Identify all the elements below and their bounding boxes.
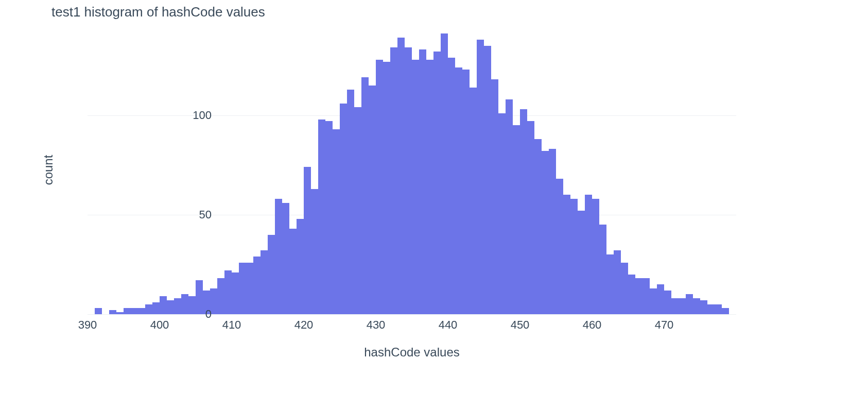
y-tick-label: 0	[205, 308, 212, 321]
histogram-bar	[513, 125, 520, 314]
histogram-bar	[347, 90, 354, 314]
histogram-bar	[643, 278, 650, 314]
histogram-bar	[160, 296, 167, 314]
x-tick-label: 410	[222, 318, 241, 332]
histogram-bar	[340, 104, 347, 314]
x-tick-label: 460	[583, 318, 602, 332]
histogram-bar	[318, 119, 325, 314]
histogram-bar	[376, 60, 383, 314]
histogram-bar	[246, 263, 253, 314]
x-tick-label: 390	[78, 318, 97, 332]
histogram-bar	[534, 139, 542, 314]
histogram-bars	[88, 26, 736, 314]
histogram-bar	[498, 113, 506, 314]
histogram-bar	[679, 298, 686, 314]
histogram-bar	[606, 254, 614, 314]
histogram-bar	[491, 79, 498, 314]
histogram-bar	[570, 199, 578, 314]
histogram-bar	[715, 304, 722, 314]
histogram-bar	[506, 99, 513, 314]
histogram-bar	[333, 129, 340, 314]
histogram-bar	[275, 199, 282, 314]
histogram-bar	[621, 263, 628, 314]
histogram-bar	[232, 272, 239, 314]
histogram-bar	[174, 298, 181, 314]
histogram-bar	[455, 67, 462, 314]
histogram-bar	[217, 278, 224, 314]
histogram-bar	[722, 308, 729, 314]
histogram-bar	[426, 60, 433, 314]
histogram-bar	[650, 288, 657, 314]
histogram-bar	[585, 195, 592, 314]
histogram-bar	[181, 294, 188, 314]
histogram-bar	[628, 275, 635, 314]
histogram-bar	[520, 109, 527, 314]
histogram-bar	[686, 294, 693, 314]
histogram-bar	[390, 47, 397, 314]
histogram-bar	[116, 312, 124, 314]
histogram-bar	[224, 270, 232, 314]
histogram-bar	[433, 52, 441, 314]
histogram-bar	[484, 46, 491, 314]
histogram-bar	[124, 308, 131, 314]
histogram-bar	[282, 203, 289, 314]
y-axis-label: count	[41, 155, 56, 185]
histogram-bar	[239, 263, 246, 314]
histogram-bar	[311, 189, 318, 314]
x-tick-label: 400	[150, 318, 169, 332]
histogram-bar	[289, 229, 297, 314]
histogram-bar	[470, 88, 477, 314]
x-axis-label: hashCode values	[364, 345, 459, 360]
x-tick-label: 420	[294, 318, 314, 332]
histogram-bar	[304, 167, 311, 314]
histogram-bar	[563, 195, 570, 314]
x-tick-label: 430	[367, 318, 386, 332]
histogram-bar	[253, 257, 261, 314]
histogram-bar	[657, 284, 664, 314]
y-tick-label: 50	[199, 208, 212, 221]
histogram-bar	[196, 280, 203, 314]
histogram-bar	[599, 225, 606, 314]
histogram-bar	[95, 308, 102, 314]
histogram-bar	[131, 308, 138, 314]
histogram-bar	[549, 149, 556, 314]
x-tick-label: 450	[511, 318, 530, 332]
histogram-bar	[527, 121, 534, 314]
plot-area	[88, 26, 736, 314]
y-tick-label: 100	[193, 109, 212, 122]
x-tick-label: 440	[439, 318, 458, 332]
histogram-bar	[397, 38, 405, 314]
histogram-bar	[383, 62, 390, 314]
histogram-bar	[167, 300, 174, 314]
histogram-bar	[462, 70, 470, 314]
histogram-bar	[671, 298, 679, 314]
histogram-bar	[109, 310, 116, 314]
histogram-bar	[419, 49, 426, 314]
histogram-bar	[441, 33, 448, 314]
gridline	[88, 314, 736, 315]
histogram-bar	[268, 235, 275, 314]
histogram-bar	[412, 60, 419, 314]
histogram-bar	[477, 40, 484, 314]
histogram-bar	[261, 250, 268, 314]
histogram-bar	[361, 77, 369, 314]
histogram-bar	[592, 199, 599, 314]
chart-title: test1 histogram of hashCode values	[51, 4, 265, 20]
histogram-bar	[188, 296, 196, 314]
histogram-bar	[578, 211, 585, 314]
histogram-bar	[405, 47, 412, 314]
histogram-bar	[614, 250, 621, 314]
histogram-bar	[556, 179, 563, 314]
histogram-bar	[152, 302, 160, 314]
histogram-bar	[700, 300, 707, 314]
histogram-bar	[138, 308, 145, 314]
histogram-bar	[369, 86, 376, 314]
histogram-bar	[448, 58, 455, 314]
histogram-bar	[354, 107, 361, 314]
histogram-bar	[693, 298, 700, 314]
histogram-bar	[145, 304, 152, 314]
histogram-bar	[664, 291, 671, 314]
histogram-bar	[542, 151, 549, 314]
histogram-bar	[325, 121, 333, 314]
histogram-bar	[707, 304, 715, 314]
